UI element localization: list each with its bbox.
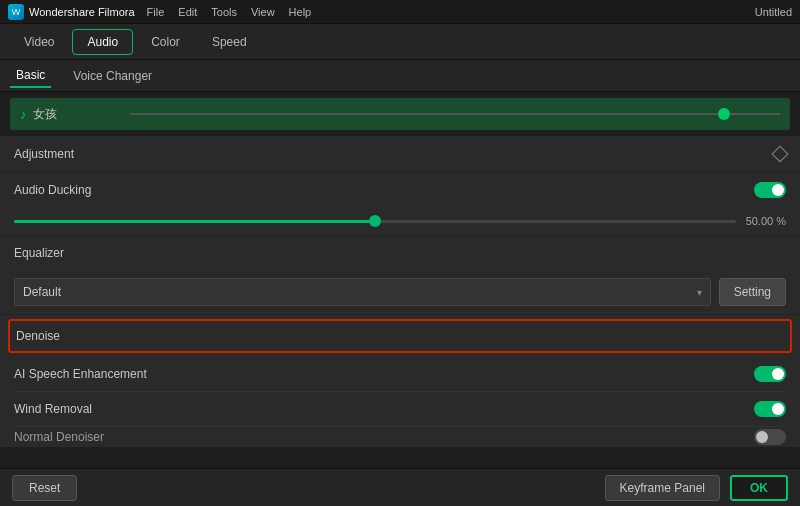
tab-video[interactable]: Video	[10, 30, 68, 54]
menu-edit[interactable]: Edit	[178, 6, 197, 18]
slider-thumb[interactable]	[369, 215, 381, 227]
audio-ducking-slider-row: 50.00 %	[0, 207, 800, 235]
audio-track-name: 女孩	[33, 106, 57, 123]
audio-track[interactable]: ♪ 女孩	[10, 98, 790, 130]
equalizer-value: Default	[23, 285, 61, 299]
denoise-title: Denoise	[16, 325, 784, 347]
tab-color[interactable]: Color	[137, 30, 194, 54]
wind-removal-label: Wind Removal	[14, 402, 92, 416]
audio-ducking-toggle[interactable]	[754, 182, 786, 198]
adjustment-header[interactable]: Adjustment	[0, 136, 800, 172]
normal-denoiser-label: Normal Denoiser	[14, 430, 104, 444]
ai-speech-label: AI Speech Enhancement	[14, 367, 147, 381]
denoise-section: Denoise	[8, 319, 792, 353]
audio-ducking-row: Audio Ducking	[0, 173, 800, 207]
bottom-bar: Reset Keyframe Panel OK	[0, 468, 800, 506]
audio-track-knob[interactable]	[718, 108, 730, 120]
keyframe-panel-button[interactable]: Keyframe Panel	[605, 475, 720, 501]
main-tabs: Video Audio Color Speed	[0, 24, 800, 60]
equalizer-section: Equalizer Default ▾ Setting	[0, 236, 800, 315]
music-icon: ♪	[20, 107, 27, 122]
chevron-down-icon: ▾	[697, 287, 702, 298]
app-logo-icon: W	[8, 4, 24, 20]
menu-help[interactable]: Help	[289, 6, 312, 18]
equalizer-label-row: Equalizer	[0, 236, 800, 270]
normal-denoiser-toggle[interactable]	[754, 429, 786, 445]
ok-button[interactable]: OK	[730, 475, 788, 501]
wind-removal-row: Wind Removal	[0, 392, 800, 426]
adjustment-section: Adjustment	[0, 136, 800, 173]
content-area: Adjustment Audio Ducking 50.00 % Equaliz…	[0, 136, 800, 447]
audio-track-bar: ♪ 女孩	[0, 92, 800, 136]
bottom-right-controls: Keyframe Panel OK	[605, 475, 788, 501]
menu-tools[interactable]: Tools	[211, 6, 237, 18]
audio-ducking-slider[interactable]	[14, 220, 736, 223]
adjustment-title: Adjustment	[14, 147, 74, 161]
slider-fill	[14, 220, 375, 223]
app-name: Wondershare Filmora	[29, 6, 135, 18]
menu-view[interactable]: View	[251, 6, 275, 18]
equalizer-label: Equalizer	[14, 246, 64, 260]
window-title: Untitled	[755, 6, 792, 18]
equalizer-dropdown[interactable]: Default ▾	[14, 278, 711, 306]
equalizer-setting-button[interactable]: Setting	[719, 278, 786, 306]
diamond-icon	[772, 146, 789, 163]
sub-tabs: Basic Voice Changer	[0, 60, 800, 92]
audio-ducking-label: Audio Ducking	[14, 183, 91, 197]
menu-file[interactable]: File	[147, 6, 165, 18]
ai-speech-toggle[interactable]	[754, 366, 786, 382]
title-bar-left: W Wondershare Filmora File Edit Tools Vi…	[8, 4, 311, 20]
reset-button[interactable]: Reset	[12, 475, 77, 501]
wind-removal-toggle[interactable]	[754, 401, 786, 417]
tab-speed[interactable]: Speed	[198, 30, 261, 54]
sub-tab-voice-changer[interactable]: Voice Changer	[67, 65, 158, 87]
ai-speech-row: AI Speech Enhancement	[0, 357, 800, 391]
app-logo: W Wondershare Filmora	[8, 4, 135, 20]
audio-track-line	[130, 113, 780, 115]
sub-tab-basic[interactable]: Basic	[10, 64, 51, 88]
menu-bar: File Edit Tools View Help	[147, 6, 312, 18]
audio-ducking-section: Audio Ducking 50.00 %	[0, 173, 800, 236]
audio-ducking-value: 50.00 %	[744, 215, 786, 227]
tab-audio[interactable]: Audio	[72, 29, 133, 55]
title-bar: W Wondershare Filmora File Edit Tools Vi…	[0, 0, 800, 24]
normal-denoiser-row: Normal Denoiser	[0, 427, 800, 447]
equalizer-controls-row: Default ▾ Setting	[0, 270, 800, 314]
